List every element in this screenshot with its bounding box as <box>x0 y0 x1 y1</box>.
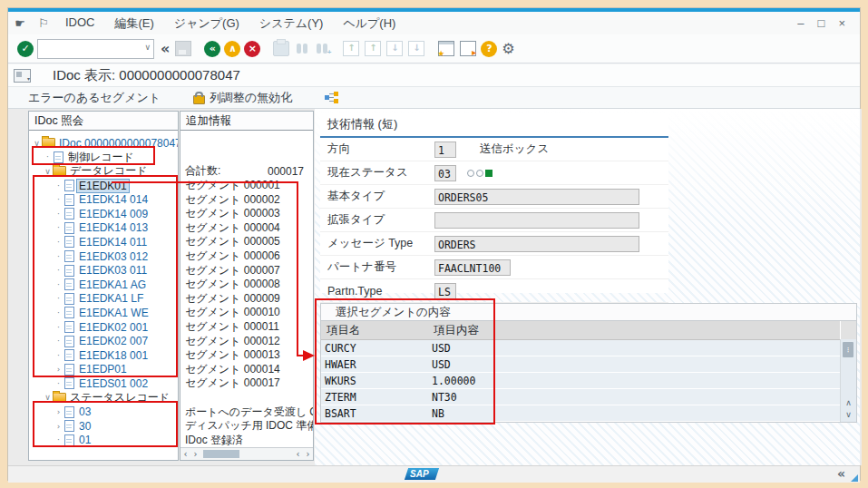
info-row-text: セグメント 000006 <box>185 249 280 264</box>
tree-item[interactable]: ·E1EDK02 001 <box>29 320 178 335</box>
folder-icon <box>53 166 66 176</box>
info-row <box>180 136 313 151</box>
menu-item-ヘルプ(H)[interactable]: ヘルプ(H) <box>333 15 405 32</box>
segment-content-panel: 選択セグメントの内容 項目名 項目内容 CURCYUSDHWAERUSDWKUR… <box>320 303 857 423</box>
tree-item[interactable]: ·E1EDK02 007 <box>29 334 178 348</box>
cell-field-name: ZTERM <box>321 391 432 404</box>
tree-item[interactable]: ·E1EDK14 011 <box>29 235 178 249</box>
field-label: 拡張タイプ <box>327 212 434 228</box>
document-icon <box>64 180 74 191</box>
tree-item[interactable]: ·E1EDK14 014 <box>29 192 178 207</box>
page-down-icon[interactable]: ↓ <box>408 41 424 56</box>
print-icon[interactable] <box>273 41 289 56</box>
collapse-toolbar-icon[interactable]: « <box>161 42 170 56</box>
cancel-icon[interactable]: × <box>244 41 260 57</box>
table-row[interactable]: WKURS1.00000 <box>321 373 841 389</box>
tree-item[interactable]: ·E1EDK01 <box>29 179 178 193</box>
tree-item[interactable]: ·E1EDKA1 LF <box>29 292 178 307</box>
context-hand-icon[interactable]: ☛ <box>8 16 32 30</box>
table-row[interactable]: HWAERUSD <box>321 356 841 373</box>
tree-item[interactable]: ·01 <box>29 433 178 447</box>
page-down-icon[interactable]: ↓ <box>386 41 403 56</box>
window-close-button[interactable]: × <box>838 16 845 30</box>
scroll-up-icon[interactable]: ∧ <box>841 397 856 409</box>
tree-item[interactable]: ·E1EDK03 012 <box>29 249 178 264</box>
table-row[interactable]: BSARTNB <box>321 405 841 422</box>
shortcut-icon[interactable]: ▸ <box>460 41 476 56</box>
menu-item-IDOC[interactable]: IDOC <box>55 15 105 32</box>
field-row: パートナ番号FAACLNT100 <box>320 256 668 279</box>
scroll-down-icon[interactable]: ∨ <box>841 409 856 421</box>
tree-item[interactable]: ·E1EDK14 013 <box>29 221 178 236</box>
customize-icon[interactable]: ⚙ <box>502 42 514 56</box>
expander-open-icon[interactable]: ∨ <box>43 393 53 402</box>
window-minimize-button[interactable]: – <box>797 16 804 30</box>
cell-field-name: CURCY <box>321 342 432 355</box>
tree-item[interactable]: ›30 <box>29 419 178 434</box>
menu-item-システム(Y)[interactable]: システム(Y) <box>249 15 334 32</box>
table-row[interactable]: CURCYUSD <box>321 340 841 356</box>
segments-with-errors-button[interactable]: エラーのあるセグメント <box>28 90 161 106</box>
scroll-right-icon[interactable]: › <box>190 449 200 459</box>
menu-item-ジャンプ(G)[interactable]: ジャンプ(G) <box>164 15 249 32</box>
tree-item[interactable]: ›E1EDP01 <box>29 363 178 377</box>
expander-closed-icon[interactable]: › <box>54 422 63 431</box>
table-row[interactable]: ZTERMNT30 <box>321 389 841 405</box>
new-session-icon[interactable]: ★ <box>438 41 454 56</box>
tree-item[interactable]: ·E1EDK18 001 <box>29 348 178 363</box>
find-next-icon[interactable]: + <box>315 42 329 55</box>
tree-item[interactable]: ·制御レコード <box>29 151 178 165</box>
tree-item[interactable]: ∨ステータスレコード <box>29 391 178 405</box>
leaf-bullet-icon: · <box>54 252 63 261</box>
field-value-メッセージ Type[interactable]: ORDERS <box>434 236 639 252</box>
command-field[interactable]: ∨ <box>37 39 154 59</box>
field-value-方向[interactable]: 1 <box>434 142 456 158</box>
field-value-Partn.Type[interactable]: LS <box>434 283 456 299</box>
tree-item[interactable]: ∨データレコード <box>29 164 178 179</box>
horizontal-scrollbar[interactable]: ‹ › ‹ › <box>180 447 313 460</box>
document-icon <box>64 208 74 220</box>
collapse-statusbar-icon[interactable]: « <box>837 466 845 481</box>
window-maximize-button[interactable]: □ <box>818 16 825 30</box>
tree-item[interactable]: ·E1EDKA1 AG <box>29 278 178 292</box>
field-value-パートナ番号[interactable]: FAACLNT100 <box>434 259 511 276</box>
scroll-left-icon[interactable]: ‹ <box>293 449 303 459</box>
info-row-text: セグメント 000011 <box>185 320 279 335</box>
enter-check-icon[interactable]: ✓ <box>17 41 34 57</box>
vertical-scrollbar[interactable]: ⁝ ∧ ∨ <box>840 339 856 422</box>
field-value-拡張タイプ[interactable] <box>434 212 639 229</box>
expander-closed-icon[interactable]: › <box>54 407 63 416</box>
screen-flag-icon[interactable]: ⚐ <box>32 16 55 30</box>
arrow-icon: ▸ <box>472 47 476 57</box>
exit-icon[interactable]: ∧ <box>224 41 240 57</box>
hierarchy-view-button[interactable] <box>325 92 338 103</box>
field-value-基本タイプ[interactable]: ORDERS05 <box>434 189 639 205</box>
expander-open-icon[interactable]: ∨ <box>43 167 53 176</box>
tree-item[interactable]: ›03 <box>29 405 178 419</box>
help-icon[interactable]: ? <box>481 41 497 57</box>
page-up-icon[interactable]: ↑ <box>343 41 359 56</box>
back-icon[interactable]: « <box>204 41 220 57</box>
expander-closed-icon[interactable]: › <box>54 365 63 374</box>
scroll-right-icon[interactable]: › <box>303 449 313 459</box>
find-icon[interactable] <box>295 42 309 55</box>
scroll-left-icon[interactable]: ‹ <box>180 449 190 459</box>
tree-item[interactable]: ·E1EDK14 009 <box>29 207 178 221</box>
tree-item[interactable]: ∨IDoc 0000000000078047 <box>29 136 178 151</box>
scrollbar-thumb[interactable] <box>203 450 239 458</box>
info-row: セグメント 000010 <box>180 306 313 320</box>
scrollbar-thumb[interactable]: ⁝ <box>843 342 853 357</box>
disable-column-adjust-button[interactable]: 列調整の無効化 <box>193 90 292 106</box>
tree-item[interactable]: ·E1EDKA1 WE <box>29 306 178 320</box>
resize-corner[interactable] <box>851 474 858 482</box>
menu-item-編集(E)[interactable]: 編集(E) <box>105 15 164 32</box>
info-row: セグメント 000005 <box>180 235 313 249</box>
save-icon[interactable] <box>175 41 191 56</box>
field-value-現在ステータス[interactable]: 03 <box>434 165 456 181</box>
expander-open-icon[interactable]: ∨ <box>32 139 42 148</box>
page-up-icon[interactable]: ↑ <box>365 41 381 56</box>
tree-item[interactable]: ·E1EDK03 011 <box>29 263 178 278</box>
field-label: 現在ステータス <box>327 165 434 181</box>
screen-menu-icon[interactable] <box>14 69 31 83</box>
tree-item[interactable]: ·E1EDS01 002 <box>29 376 178 391</box>
